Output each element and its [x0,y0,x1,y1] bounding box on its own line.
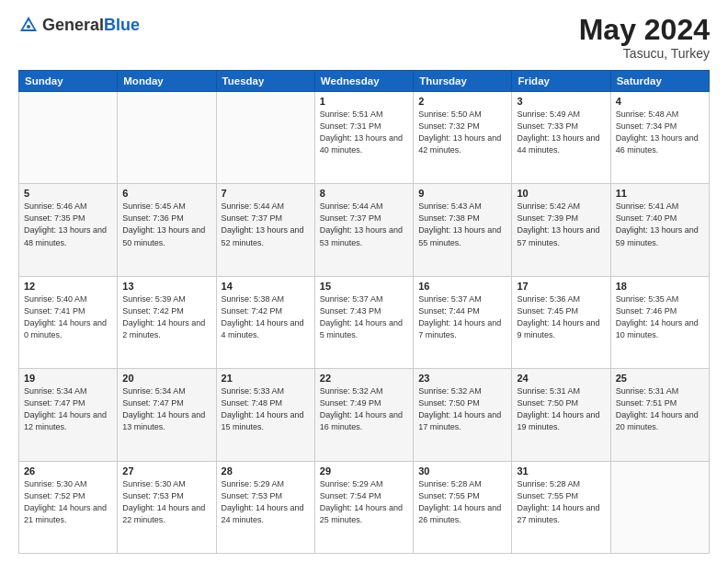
col-monday: Monday [118,71,216,92]
page: GeneralBlue May 2024 Tasucu, Turkey Sund… [0,0,728,563]
calendar-cell: 25Sunrise: 5:31 AMSunset: 7:51 PMDayligh… [610,369,709,461]
day-number: 9 [418,188,506,199]
day-number: 25 [616,373,704,384]
cell-content: Sunrise: 5:30 AMSunset: 7:53 PMDaylight:… [122,478,210,526]
day-number: 3 [517,96,605,107]
calendar-cell [610,461,709,553]
calendar-cell: 8Sunrise: 5:44 AMSunset: 7:37 PMDaylight… [314,184,413,276]
day-number: 21 [222,373,310,384]
day-number: 11 [616,188,704,199]
cell-content: Sunrise: 5:38 AMSunset: 7:42 PMDaylight:… [222,293,310,341]
day-number: 19 [24,373,112,384]
week-row-1: 1Sunrise: 5:51 AMSunset: 7:31 PMDaylight… [19,92,710,184]
calendar-cell: 29Sunrise: 5:29 AMSunset: 7:54 PMDayligh… [314,461,413,553]
cell-content: Sunrise: 5:44 AMSunset: 7:37 PMDaylight:… [320,201,408,248]
cell-content: Sunrise: 5:37 AMSunset: 7:43 PMDaylight:… [320,293,408,341]
calendar-cell: 28Sunrise: 5:29 AMSunset: 7:53 PMDayligh… [216,461,314,553]
calendar-cell: 26Sunrise: 5:30 AMSunset: 7:52 PMDayligh… [19,461,118,553]
cell-content: Sunrise: 5:33 AMSunset: 7:48 PMDaylight:… [222,385,310,433]
calendar-cell: 22Sunrise: 5:32 AMSunset: 7:49 PMDayligh… [314,369,413,461]
day-number: 22 [320,373,408,384]
cell-content: Sunrise: 5:32 AMSunset: 7:49 PMDaylight:… [320,385,408,433]
day-number: 4 [616,96,704,107]
cell-content: Sunrise: 5:34 AMSunset: 7:47 PMDaylight:… [24,385,112,433]
header-row: Sunday Monday Tuesday Wednesday Thursday… [19,71,710,92]
day-number: 30 [418,465,506,477]
cell-content: Sunrise: 5:51 AMSunset: 7:31 PMDaylight:… [320,109,408,156]
calendar-cell: 13Sunrise: 5:39 AMSunset: 7:42 PMDayligh… [118,276,216,368]
cell-content: Sunrise: 5:48 AMSunset: 7:34 PMDaylight:… [616,109,704,156]
title-block: May 2024 Tasucu, Turkey [579,15,710,61]
col-sunday: Sunday [19,71,118,92]
day-number: 8 [320,188,408,199]
cell-content: Sunrise: 5:40 AMSunset: 7:41 PMDaylight:… [24,293,112,341]
day-number: 31 [517,465,605,477]
cell-content: Sunrise: 5:41 AMSunset: 7:40 PMDaylight:… [616,201,704,248]
calendar-cell: 19Sunrise: 5:34 AMSunset: 7:47 PMDayligh… [19,369,118,461]
cell-content: Sunrise: 5:29 AMSunset: 7:54 PMDaylight:… [320,478,408,526]
cell-content: Sunrise: 5:49 AMSunset: 7:33 PMDaylight:… [517,109,605,156]
calendar: Sunday Monday Tuesday Wednesday Thursday… [18,70,710,554]
day-number: 17 [517,281,605,292]
calendar-cell: 2Sunrise: 5:50 AMSunset: 7:32 PMDaylight… [414,92,512,184]
cell-content: Sunrise: 5:50 AMSunset: 7:32 PMDaylight:… [418,109,506,156]
day-number: 27 [122,465,210,477]
day-number: 7 [222,188,310,199]
day-number: 10 [517,188,605,199]
calendar-cell: 27Sunrise: 5:30 AMSunset: 7:53 PMDayligh… [118,461,216,553]
cell-content: Sunrise: 5:37 AMSunset: 7:44 PMDaylight:… [418,293,506,341]
calendar-cell: 12Sunrise: 5:40 AMSunset: 7:41 PMDayligh… [19,276,118,368]
calendar-cell: 7Sunrise: 5:44 AMSunset: 7:37 PMDaylight… [216,184,314,276]
svg-point-2 [27,25,30,29]
calendar-cell: 18Sunrise: 5:35 AMSunset: 7:46 PMDayligh… [610,276,709,368]
calendar-cell: 30Sunrise: 5:28 AMSunset: 7:55 PMDayligh… [414,461,512,553]
cell-content: Sunrise: 5:28 AMSunset: 7:55 PMDaylight:… [517,478,605,526]
cell-content: Sunrise: 5:31 AMSunset: 7:50 PMDaylight:… [517,385,605,433]
week-row-4: 19Sunrise: 5:34 AMSunset: 7:47 PMDayligh… [19,369,710,461]
cell-content: Sunrise: 5:30 AMSunset: 7:52 PMDaylight:… [24,478,112,526]
calendar-cell: 17Sunrise: 5:36 AMSunset: 7:45 PMDayligh… [512,276,610,368]
calendar-cell: 6Sunrise: 5:45 AMSunset: 7:36 PMDaylight… [118,184,216,276]
day-number: 14 [222,281,310,292]
week-row-2: 5Sunrise: 5:46 AMSunset: 7:35 PMDaylight… [19,184,710,276]
logo-blue-text: Blue [104,16,140,34]
day-number: 26 [24,465,112,477]
day-number: 28 [222,465,310,477]
calendar-cell: 23Sunrise: 5:32 AMSunset: 7:50 PMDayligh… [414,369,512,461]
day-number: 23 [418,373,506,384]
cell-content: Sunrise: 5:34 AMSunset: 7:47 PMDaylight:… [122,385,210,433]
calendar-cell: 21Sunrise: 5:33 AMSunset: 7:48 PMDayligh… [216,369,314,461]
logo-general-text: General [42,16,104,34]
calendar-cell: 4Sunrise: 5:48 AMSunset: 7:34 PMDaylight… [610,92,709,184]
calendar-cell: 5Sunrise: 5:46 AMSunset: 7:35 PMDaylight… [19,184,118,276]
day-number: 2 [418,96,506,107]
calendar-cell: 15Sunrise: 5:37 AMSunset: 7:43 PMDayligh… [314,276,413,368]
cell-content: Sunrise: 5:46 AMSunset: 7:35 PMDaylight:… [24,201,112,248]
calendar-cell: 3Sunrise: 5:49 AMSunset: 7:33 PMDaylight… [512,92,610,184]
cell-content: Sunrise: 5:29 AMSunset: 7:53 PMDaylight:… [222,478,310,526]
col-thursday: Thursday [414,71,512,92]
cell-content: Sunrise: 5:39 AMSunset: 7:42 PMDaylight:… [122,293,210,341]
day-number: 20 [122,373,210,384]
calendar-cell: 1Sunrise: 5:51 AMSunset: 7:31 PMDaylight… [314,92,413,184]
day-number: 24 [517,373,605,384]
calendar-cell: 24Sunrise: 5:31 AMSunset: 7:50 PMDayligh… [512,369,610,461]
day-number: 12 [24,281,112,292]
cell-content: Sunrise: 5:31 AMSunset: 7:51 PMDaylight:… [616,385,704,433]
logo: GeneralBlue [18,15,140,35]
day-number: 13 [122,281,210,292]
day-number: 18 [616,281,704,292]
calendar-cell: 10Sunrise: 5:42 AMSunset: 7:39 PMDayligh… [512,184,610,276]
header: GeneralBlue May 2024 Tasucu, Turkey [18,15,710,61]
day-number: 29 [320,465,408,477]
calendar-cell [216,92,314,184]
calendar-cell: 9Sunrise: 5:43 AMSunset: 7:38 PMDaylight… [414,184,512,276]
day-number: 15 [320,281,408,292]
month-year: May 2024 [579,15,710,44]
day-number: 6 [122,188,210,199]
calendar-cell: 14Sunrise: 5:38 AMSunset: 7:42 PMDayligh… [216,276,314,368]
day-number: 1 [320,96,408,107]
calendar-cell: 31Sunrise: 5:28 AMSunset: 7:55 PMDayligh… [512,461,610,553]
cell-content: Sunrise: 5:35 AMSunset: 7:46 PMDaylight:… [616,293,704,341]
cell-content: Sunrise: 5:32 AMSunset: 7:50 PMDaylight:… [418,385,506,433]
